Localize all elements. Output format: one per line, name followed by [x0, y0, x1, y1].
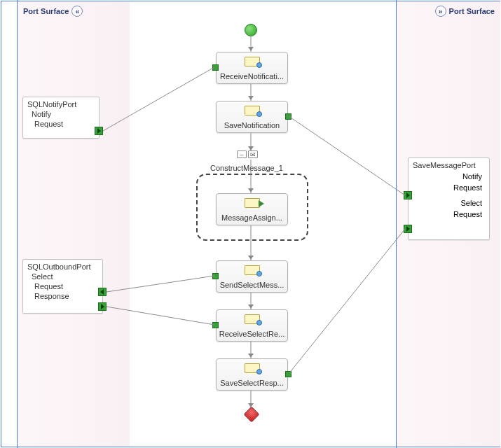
- shape-label: SaveNotification: [224, 121, 280, 130]
- port-title: SaveMessagePort: [413, 161, 485, 169]
- flow-arrow-icon: [248, 354, 254, 358]
- shape-save-select-resp[interactable]: SaveSelectResp...: [216, 358, 288, 391]
- envelope-icon: [245, 314, 260, 326]
- connector-icon[interactable]: [285, 113, 291, 120]
- port-message: Request: [413, 210, 482, 218]
- port-operation: Select: [413, 199, 482, 207]
- flow-arrow-icon: [248, 47, 254, 51]
- collapse-right-icon[interactable]: »: [435, 6, 446, 17]
- port-operation: Select: [32, 272, 98, 281]
- port-operation: Notify: [413, 172, 482, 181]
- port-title: SQLNotifyPort: [27, 100, 95, 108]
- shape-save-notification[interactable]: SaveNotification: [216, 101, 288, 133]
- shape-send-select[interactable]: SendSelectMess...: [216, 260, 288, 293]
- start-icon: [245, 24, 257, 36]
- group-header-icons[interactable]: – ✉: [237, 150, 258, 158]
- port-save-message[interactable]: SaveMessagePort Notify Request Select Re…: [408, 158, 490, 240]
- shape-label: ReceiveNotificati...: [220, 72, 284, 80]
- port-message-request: Request: [34, 282, 98, 290]
- shape-label: ReceiveSelectRe...: [219, 330, 285, 338]
- shape-message-assign[interactable]: MessageAssign...: [216, 193, 288, 225]
- envelope-icon: [245, 106, 260, 117]
- port-operation: Notify: [32, 110, 95, 118]
- shape-receive-select[interactable]: ReceiveSelectRe...: [216, 309, 288, 342]
- flow-arrow-icon: [248, 146, 254, 150]
- port-connector-icon[interactable]: [95, 127, 103, 135]
- port-sql-outbound[interactable]: SQLOutboundPort Select Request Response: [22, 259, 103, 314]
- port-connector-icon[interactable]: [404, 191, 412, 200]
- envelope-icon: [245, 363, 260, 374]
- envelope-arrow-icon: [245, 198, 260, 209]
- construct-label: ConstructMessage_1: [210, 164, 283, 172]
- flow-arrow-icon: [248, 304, 254, 309]
- flow-arrow-icon: [248, 255, 254, 260]
- shape-label: MessageAssign...: [221, 214, 282, 222]
- port-surface-left: Port Surface «: [18, 1, 130, 447]
- connector-icon[interactable]: [212, 64, 219, 71]
- message-icon: ✉: [248, 150, 258, 158]
- port-title: SQLOutboundPort: [27, 262, 98, 271]
- port-connector-icon[interactable]: [404, 225, 412, 233]
- port-message: Request: [34, 120, 95, 128]
- port-sql-notify[interactable]: SQLNotifyPort Notify Request: [22, 97, 99, 139]
- flow-arrow-icon: [248, 188, 254, 192]
- port-connector-icon[interactable]: [98, 302, 107, 311]
- port-surface-right-header: » Port Surface: [397, 1, 500, 21]
- collapse-icon[interactable]: –: [237, 150, 247, 158]
- port-surface-right-title: Port Surface: [449, 7, 495, 15]
- collapse-left-icon[interactable]: «: [71, 6, 83, 17]
- flow-arrow-icon: [248, 96, 254, 100]
- envelope-icon: [245, 57, 260, 68]
- connector-icon[interactable]: [285, 371, 291, 377]
- envelope-icon: [245, 265, 260, 276]
- shape-label: SendSelectMess...: [220, 281, 284, 289]
- port-message-response: Response: [34, 292, 98, 300]
- flow-arrow-icon: [248, 403, 254, 407]
- connector-icon[interactable]: [212, 322, 219, 328]
- shape-receive-notification[interactable]: ReceiveNotificati...: [216, 52, 288, 84]
- port-surface-left-header: Port Surface «: [18, 1, 130, 21]
- shape-label: SaveSelectResp...: [220, 379, 284, 387]
- connector-icon[interactable]: [212, 273, 219, 279]
- port-connector-icon[interactable]: [98, 288, 107, 296]
- port-message: Request: [413, 183, 482, 192]
- port-surface-left-title: Port Surface: [23, 7, 69, 15]
